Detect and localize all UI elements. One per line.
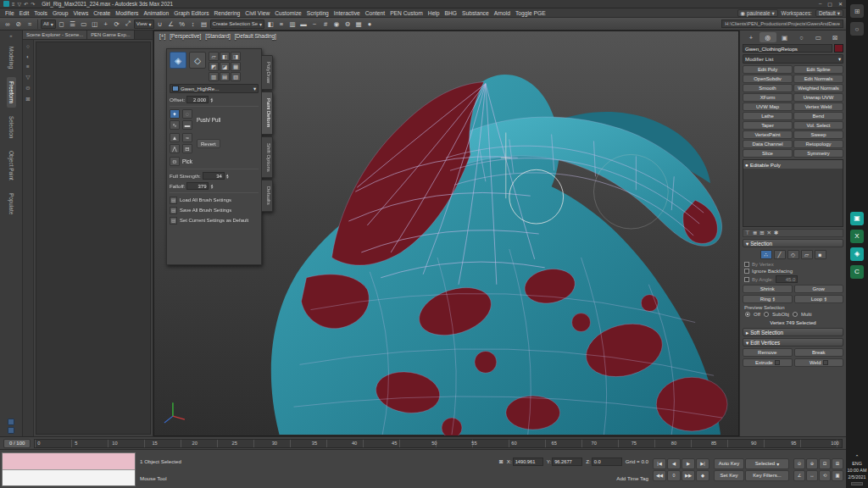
show-end-result-icon[interactable]: ≣ [753,230,757,236]
key-mode-toggle-button[interactable]: ◆ [696,470,709,481]
remove-button[interactable]: Remove [743,348,793,357]
tray-expand-icon[interactable]: ⌃ [855,454,860,459]
utilities-tab-icon[interactable]: ⊠ [826,32,843,42]
modifier-preset-button[interactable]: XForm [743,93,793,102]
taskbar-app-2-icon[interactable]: X [850,230,864,243]
modifier-preset-button[interactable]: UVW Map [743,103,793,111]
menu-item[interactable]: Tools [31,10,50,16]
timeline-tick[interactable]: 70 [592,441,597,446]
menu-item[interactable]: File [3,10,17,16]
menu-item[interactable]: Scripting [304,10,331,16]
key-target-dropdown[interactable]: Selected▾ [745,458,789,469]
extrude-settings-icon[interactable] [775,360,780,365]
modifier-preset-button[interactable]: Slice [743,149,793,158]
remove-modifier-icon[interactable]: ✕ [767,230,771,236]
schematic-view-icon[interactable]: # [320,19,331,29]
play-button[interactable]: ▶ [682,458,695,469]
pick-target-icon[interactable]: ⊙ [170,157,180,166]
menu-item[interactable]: Substance [459,10,492,16]
filter-icon[interactable]: ▽ [26,74,31,80]
select-and-link-icon[interactable]: ∞ [3,19,13,29]
snap-toggle-icon[interactable]: ∪ [155,19,165,29]
offset-spinner[interactable]: ▴▾ [210,97,213,103]
pan-view-icon[interactable]: ↔ [806,470,818,481]
modifier-list-dropdown[interactable]: Modifier List ▾ [743,54,843,64]
go-to-end-button[interactable]: ▶| [696,458,709,469]
stack-item-editable-poly[interactable]: ● Editable Poly [743,160,843,169]
menu-item[interactable]: Views [71,10,92,16]
object-color-swatch[interactable] [834,44,843,53]
modifier-preset-button[interactable]: Edit Poly [743,65,793,74]
named-selection-sets-dropdown[interactable]: Create Selection Se▾ [210,19,264,29]
ribbon-tab-selection[interactable]: Selection [7,112,16,142]
time-slider-handle[interactable]: 0 / 100 [3,439,31,448]
workspace-dropdown[interactable]: Default ▾ [815,9,843,17]
listener-script-line[interactable] [3,470,135,486]
exaggerate-brush-icon[interactable]: ⋀ [170,144,180,153]
timeline-tick[interactable]: 10 [112,441,117,446]
dock-collapse-icon[interactable]: « [9,33,12,38]
frame-number-field[interactable]: 0 [667,470,681,481]
by-vertex-checkbox[interactable] [744,262,749,267]
preview-multi-radio[interactable] [793,312,798,317]
clock-time[interactable]: 10:00 AM [848,468,867,473]
timeline-tick[interactable]: 5 [75,441,77,446]
user-account-menu[interactable]: ◉ paulneale ▾ [737,9,778,17]
close-icon[interactable]: ✕ [838,1,843,7]
brush-settings-button[interactable]: ▤Set Current Settings as Default [170,216,259,225]
find-icon[interactable]: ⊙ [25,85,30,92]
modifier-preset-button[interactable]: Smooth [743,84,793,92]
display-children-icon[interactable]: ◐ [26,53,30,59]
timeline-tick[interactable]: 45 [392,441,397,446]
motion-tab-icon[interactable]: ○ [793,32,810,42]
menu-item[interactable]: Civil View [242,10,272,16]
smudge-brush-icon[interactable]: ∿ [170,120,180,130]
preview-off-radio[interactable] [745,312,750,317]
tab-paint-deform[interactable]: Paint Deform [262,92,273,134]
maxscript-mini-listener[interactable] [2,452,136,486]
hierarchy-tab-icon[interactable]: ▣ [776,32,793,42]
selection-lock-icon[interactable]: ⊠ [499,458,504,464]
timeline-tick[interactable]: 25 [232,441,237,446]
timeline-tick[interactable]: 60 [511,441,516,446]
rectangular-selection-region-icon[interactable]: ▭ [79,19,89,29]
polydraw-surface-icon[interactable]: ▧ [231,72,241,81]
mirror-icon[interactable]: ◧ [265,19,275,29]
configure-modifier-sets-icon[interactable]: ✱ [774,230,778,236]
polydraw-step-build-icon[interactable]: ◧ [220,52,230,61]
project-path-field[interactable]: H:\Clients\PEN_Productions\Projects\Gwen… [721,19,843,28]
y-coordinate-field[interactable]: 96.2677 [552,458,582,466]
menu-item[interactable]: Rendering [211,10,242,16]
align-icon[interactable]: ≡ [276,19,287,29]
ribbon-tab-freeform[interactable]: Freeform [7,77,16,108]
menu-item[interactable]: Create [91,10,113,16]
grow-button[interactable]: Grow [794,285,844,293]
pinch-brush-icon[interactable]: ▲ [170,133,180,142]
preview-subobj-radio[interactable] [764,312,769,317]
timeline-tick[interactable]: 90 [751,441,756,446]
modifier-preset-button[interactable]: Sweep [793,130,843,139]
tab-polydraw[interactable]: PolyDraw [262,55,273,90]
selection-rollout-header[interactable]: ▾ Selection [743,239,843,247]
by-angle-field[interactable]: 45.0 [776,275,798,283]
ribbon-tab-populate[interactable]: Populate [7,189,16,219]
select-by-name-icon[interactable]: ☰ [68,19,78,29]
modifier-preset-button[interactable]: Vol. Select [793,121,843,130]
explorer-list-area[interactable] [36,42,151,435]
relax-brush-icon[interactable]: ◌ [182,109,192,119]
menu-item[interactable]: Customize [272,10,304,16]
modifier-preset-button[interactable]: Lathe [743,112,793,120]
polydraw-splines-icon[interactable]: ▥ [209,72,219,81]
z-coordinate-field[interactable]: 0.0 [592,458,622,466]
listener-macro-line[interactable] [3,453,135,470]
tab-defaults[interactable]: Defaults [262,180,273,212]
render-setup-icon[interactable]: ⚙ [342,19,353,29]
language-indicator[interactable]: ENG [852,461,862,466]
next-key-button[interactable]: ▶▶ [682,470,695,481]
taskbar-search-icon[interactable]: ○ [850,22,864,36]
polygon-subobject-icon[interactable]: ▱ [801,250,813,259]
modifier-preset-button[interactable]: VertexPaint [743,130,793,139]
tab-shift-options[interactable]: Shift Options [262,136,273,179]
element-subobject-icon[interactable]: ■ [815,250,826,259]
menu-item[interactable]: Animation [141,10,171,16]
